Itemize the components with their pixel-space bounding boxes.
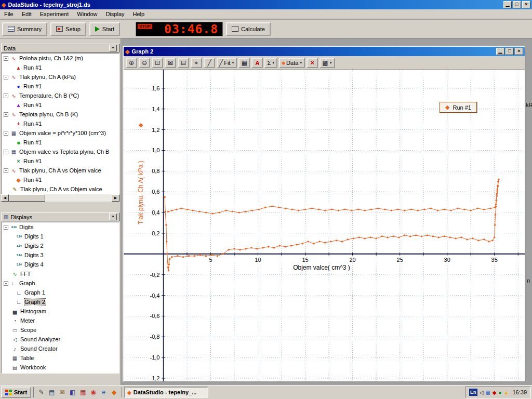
document-icon[interactable]: ▤ <box>47 388 57 397</box>
tree-collapse-icon[interactable]: − <box>4 56 8 61</box>
zoom-in-button[interactable]: ⊕ <box>126 58 137 68</box>
data-item-row[interactable]: −▦Objem valce = pi*r*r*y*100 (cm^3) <box>2 128 119 138</box>
scroll-left-icon[interactable]: ◀ <box>1 194 9 202</box>
scale-to-fit-button[interactable]: ⊠ <box>165 58 176 68</box>
display-item-row[interactable]: ∟Graph 2 <box>2 297 119 307</box>
display-item-row[interactable]: ♪Sound Creator <box>2 344 119 353</box>
scroll-right-icon[interactable]: ▶ <box>112 194 119 202</box>
run-row[interactable]: ■Run #1 <box>2 138 119 147</box>
zoom-out-button[interactable]: ⊖ <box>139 58 150 68</box>
tree-collapse-icon[interactable]: − <box>4 281 8 286</box>
media-icon[interactable]: ◆ <box>109 388 119 397</box>
scroll-thumb[interactable] <box>9 194 45 202</box>
menu-help[interactable]: Help <box>129 10 149 18</box>
run-row[interactable]: ▲Run #1 <box>2 63 119 72</box>
window-icon[interactable]: ◧ <box>68 388 77 397</box>
antivirus-icon[interactable]: ◆ <box>493 390 497 395</box>
display-item-row[interactable]: ▅Histogram <box>2 307 119 316</box>
tree-collapse-icon[interactable]: − <box>4 112 8 117</box>
menu-window[interactable]: Window <box>73 10 101 18</box>
menu-file[interactable]: File <box>0 10 18 18</box>
display-item-row[interactable]: ◁Sound Analyzer <box>2 335 119 344</box>
volume-icon[interactable]: ◁ <box>480 390 484 395</box>
graph-close-icon[interactable]: × <box>515 48 523 55</box>
display-item-row[interactable]: ∿FFT <box>2 269 119 278</box>
setup-button[interactable]: Setup <box>50 22 86 36</box>
fit-dropdown[interactable]: ╱Fit▼ <box>217 58 237 68</box>
graph-window-titlebar[interactable]: ◆ Graph 2 ▁ □ × <box>124 47 525 56</box>
run-row[interactable]: ×Run #1 <box>2 156 119 166</box>
displays-header-dropdown-icon[interactable]: ▼ <box>109 214 117 220</box>
text-annotation-button[interactable]: A <box>251 58 263 68</box>
summary-button[interactable]: Summary <box>2 22 47 36</box>
pen-tool-icon[interactable]: ✎ <box>36 388 46 397</box>
calculate-button[interactable]: Calculate <box>226 22 271 36</box>
tree-collapse-icon[interactable]: − <box>4 225 8 230</box>
tree-collapse-icon[interactable]: − <box>4 75 8 79</box>
start-button[interactable]: Start <box>89 22 120 36</box>
display-item-row[interactable]: 3.14Digits 3 <box>2 250 119 260</box>
display-item-row[interactable]: ▦Table <box>2 353 119 363</box>
menu-experiment[interactable]: Experiment <box>36 10 73 18</box>
mail-icon[interactable]: ✉ <box>57 388 67 397</box>
run-row[interactable]: ▲Run #1 <box>2 100 119 110</box>
display-settings-icon[interactable]: ▦ <box>485 390 490 395</box>
smart-tool-button[interactable]: ⌖ <box>191 58 202 68</box>
maximize-icon[interactable]: □ <box>513 1 521 8</box>
tree-collapse-icon[interactable]: − <box>4 168 8 173</box>
scheduler-icon[interactable]: ● <box>499 390 502 395</box>
x-axis-title[interactable]: Objem valce( cm^3 ) <box>275 264 368 271</box>
data-tree-hscrollbar[interactable]: ◀ ▶ <box>1 194 119 202</box>
data-item-row[interactable]: −∿Poloha pistu, Ch 1&2 (m) <box>2 54 119 63</box>
data-item-row[interactable]: −∿Tlak plynu, Ch A (kPa) <box>2 72 119 82</box>
data-item-row[interactable]: −∿Teplota plynu, Ch B (K) <box>2 110 119 119</box>
menu-display[interactable]: Display <box>101 10 128 18</box>
grid-app-icon[interactable]: ▦ <box>78 388 88 397</box>
data-item-row[interactable]: −∿Temperature, Ch B (°C) <box>2 91 119 100</box>
datastudio-task-button[interactable]: ◆ DataStudio - tepelny_... <box>124 387 208 398</box>
app-titlebar[interactable]: ◆ DataStudio - tepelny_stroj1.ds ▁ □ × <box>0 0 532 9</box>
start-menu-button[interactable]: Start <box>1 387 31 398</box>
minimize-icon[interactable]: ▁ <box>503 1 512 8</box>
zoom-select-button[interactable]: ⊡ <box>152 58 163 68</box>
graph-minimize-icon[interactable]: ▁ <box>496 48 504 55</box>
data-section-header[interactable]: Data ▼ <box>1 44 119 52</box>
displays-section-header[interactable]: ▥ Displays ▼ <box>1 212 119 221</box>
display-item-row[interactable]: ▤Workbook <box>2 363 119 372</box>
language-indicator[interactable]: En <box>469 389 477 396</box>
align-scales-button[interactable]: ⊟ <box>178 58 189 68</box>
close-icon[interactable]: × <box>522 1 530 8</box>
display-item-row[interactable]: ∟Graph 1 <box>2 288 119 297</box>
run-row[interactable]: ◆Run #1 <box>2 175 119 184</box>
display-item-row[interactable]: 3.14Digits 1 <box>2 232 119 241</box>
data-item-row[interactable]: ✎Tlak plynu, Ch A vs Objem valce <box>2 184 119 194</box>
run-row[interactable]: ●Run #1 <box>2 82 119 91</box>
run-row[interactable]: +Run #1 <box>2 119 119 128</box>
data-item-row[interactable]: −▦Objem valce vs Teplota plynu, Ch B <box>2 147 119 156</box>
plot-area[interactable]: 51015202530351,61,41,21,00,80,60,40,2-0,… <box>124 70 525 381</box>
display-item-row[interactable]: ◔Meter <box>2 316 119 325</box>
display-item-row[interactable]: 3.14Digits 4 <box>2 260 119 269</box>
delete-button[interactable]: × <box>307 58 318 68</box>
graph-maximize-icon[interactable]: □ <box>506 48 514 55</box>
display-item-row[interactable]: ▭Scope <box>2 325 119 335</box>
data-dropdown[interactable]: ◆Data▼ <box>279 58 305 68</box>
tree-collapse-icon[interactable]: − <box>4 150 8 154</box>
display-item-row[interactable]: −3.14Digits <box>2 222 119 232</box>
browser-icon[interactable]: ◉ <box>88 388 98 397</box>
plot-svg[interactable]: 51015202530351,61,41,21,00,80,60,40,2-0,… <box>124 70 525 381</box>
calculator-button[interactable]: ▦ <box>238 58 250 68</box>
graph-legend[interactable]: ◆ Run #1 <box>440 102 477 113</box>
menu-edit[interactable]: Edit <box>18 10 36 18</box>
display-item-row[interactable]: 3.14Digits 2 <box>2 241 119 250</box>
statistics-dropdown[interactable]: Σ▼ <box>264 58 277 68</box>
y-axis-title[interactable]: Tlak plynu, Ch A( kPa ) <box>137 161 144 224</box>
graph-settings-dropdown[interactable]: ▩▼ <box>320 58 335 68</box>
tree-collapse-icon[interactable]: − <box>4 131 8 136</box>
data-item-row[interactable]: −∿Tlak plynu, Ch A vs Objem valce <box>2 166 119 175</box>
internet-explorer-icon[interactable]: e <box>99 388 109 397</box>
data-header-dropdown-icon[interactable]: ▼ <box>109 45 117 51</box>
display-item-row[interactable]: −∟Graph <box>2 278 119 288</box>
slope-tool-button[interactable]: ╱ <box>204 58 215 68</box>
tree-collapse-icon[interactable]: − <box>4 94 8 98</box>
